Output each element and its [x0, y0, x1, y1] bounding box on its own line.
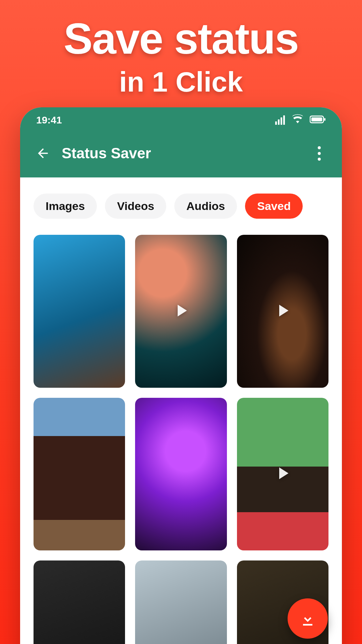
media-tile[interactable]	[135, 235, 227, 388]
media-tile[interactable]	[34, 398, 125, 551]
svg-rect-2	[324, 118, 325, 121]
tab-images[interactable]: Images	[34, 194, 97, 219]
overflow-menu-button[interactable]	[310, 144, 328, 163]
filter-tabs: Images Videos Audios Saved	[34, 194, 328, 219]
battery-icon	[310, 114, 326, 126]
tab-videos[interactable]: Videos	[105, 194, 166, 219]
app-title: Status Saver	[62, 145, 151, 162]
play-icon	[273, 463, 293, 485]
svg-rect-1	[311, 117, 322, 121]
promo-headline: Save status in 1 Click	[0, 0, 362, 98]
headline-line1: Save status	[0, 13, 362, 64]
wifi-icon	[292, 114, 304, 126]
media-grid	[34, 235, 328, 644]
app-header: 19:41 Status Saver	[20, 107, 342, 177]
media-tile[interactable]	[34, 235, 125, 388]
download-icon	[298, 609, 317, 628]
tab-saved[interactable]: Saved	[245, 194, 303, 219]
more-vert-icon	[318, 146, 321, 161]
media-tile[interactable]	[34, 560, 125, 644]
status-time: 19:41	[36, 114, 62, 126]
arrow-left-icon	[36, 146, 50, 161]
media-tile[interactable]	[135, 560, 227, 644]
tab-audios[interactable]: Audios	[174, 194, 237, 219]
content-area: Images Videos Audios Saved	[20, 177, 342, 644]
download-fab[interactable]	[288, 598, 328, 639]
media-tile[interactable]	[237, 398, 328, 551]
back-button[interactable]	[34, 144, 52, 163]
play-icon	[171, 301, 191, 322]
play-icon	[273, 301, 293, 322]
phone-frame: 19:41 Status Saver	[20, 107, 342, 644]
media-tile[interactable]	[237, 235, 328, 388]
app-toolbar: Status Saver	[20, 129, 342, 177]
cellular-icon	[274, 115, 286, 125]
status-bar: 19:41	[20, 107, 342, 129]
media-tile[interactable]	[135, 398, 227, 551]
headline-line2: in 1 Click	[0, 66, 362, 98]
